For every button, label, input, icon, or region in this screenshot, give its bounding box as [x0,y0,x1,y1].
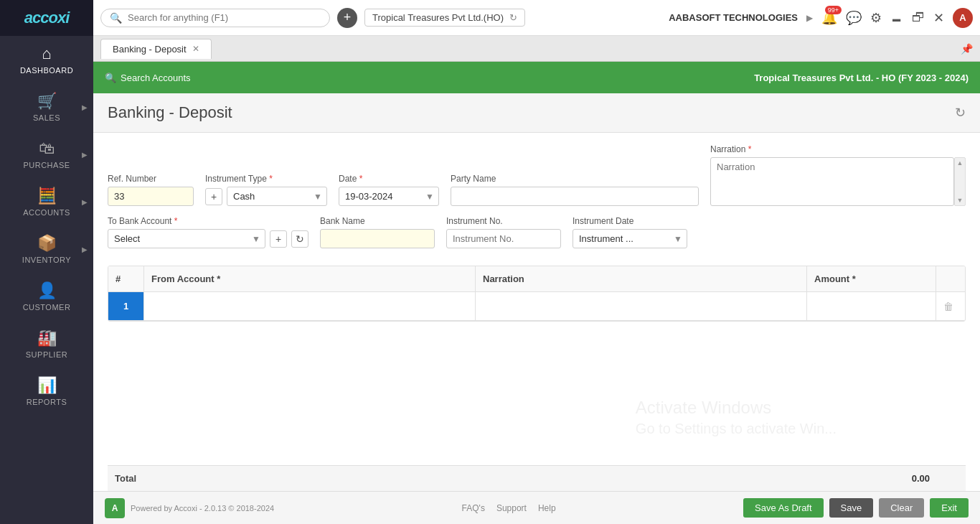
banking-deposit-tab[interactable]: Banking - Deposit ✕ [100,39,212,59]
bank-account-refresh-button[interactable]: ↻ [291,230,308,248]
company-selector-label: Tropical Treasures Pvt Ltd.(HO) [372,12,504,23]
ref-number-group: Ref. Number [108,174,194,206]
inventory-icon: 📦 [37,234,57,253]
instrument-no-group: Instrument No. [446,216,561,248]
accoxi-logo-small: A [105,498,125,518]
instrument-type-label: Instrument Type * [205,174,327,184]
sales-arrow-icon: ▶ [82,103,88,111]
row-amount-1[interactable] [807,292,936,320]
footer-center: FAQ's Support Help [462,503,556,513]
instrument-type-select[interactable]: Cash Cheque DD NEFT RTGS [227,187,327,206]
instrument-no-input[interactable] [446,229,561,248]
sidebar-label-sales: SALES [33,113,60,122]
purchase-arrow-icon: ▶ [82,151,88,159]
footer: A Powered by Accoxi - 2.0.13 © 2018-2024… [93,491,980,524]
narration-scrollbar[interactable]: ▲ ▼ [954,157,966,206]
arrow-right-icon: ▶ [806,13,813,23]
company-selector[interactable]: Tropical Treasures Pvt Ltd.(HO) ↻ [364,9,525,27]
supplier-icon: 🏭 [37,329,57,347]
instrument-date-select[interactable]: Instrument ... [573,229,687,248]
search-accounts-icon: 🔍 [105,72,116,83]
search-input[interactable] [128,12,321,23]
refresh-icon: ↻ [509,12,517,23]
tab-close-icon[interactable]: ✕ [192,44,199,54]
search-accounts-label: Search Accounts [121,72,191,83]
close-window-button[interactable]: ✕ [933,10,944,26]
content-area: 🔍 Search Accounts Tropical Treasures Pvt… [93,62,980,524]
topbar-right: AABASOFT TECHNOLOGIES ▶ 🔔 99+ 💬 ⚙ 🗕 🗗 ✕ … [669,8,973,28]
total-empty [476,466,808,491]
col-header-amount: Amount * [807,266,936,291]
sidebar-item-purchase[interactable]: 🛍 PURCHASE ▶ [0,131,93,178]
logo-text: accoxi [24,9,70,27]
col-header-num: # [108,266,144,291]
page-title-bar: Banking - Deposit ↻ [93,93,980,133]
instrument-type-add-button[interactable]: + [205,188,222,205]
save-as-draft-button[interactable]: Save As Draft [743,498,823,518]
narration-label: Narration * [710,144,966,154]
date-select[interactable]: 19-03-2024 [339,187,439,206]
row-narration-1[interactable] [476,292,807,320]
bank-account-select[interactable]: Select [108,229,265,248]
clear-button[interactable]: Clear [879,498,924,518]
messages-button[interactable]: 💬 [846,10,862,26]
bank-account-wrap: Select ▼ + ↻ [108,229,308,248]
sidebar-label-dashboard: DASHBOARD [20,66,73,75]
settings-button[interactable]: ⚙ [870,10,882,26]
search-accounts-button[interactable]: 🔍 Search Accounts [105,72,191,83]
bank-account-add-button[interactable]: + [270,230,287,248]
sidebar-item-supplier[interactable]: 🏭 SUPPLIER [0,320,93,368]
sidebar-item-sales[interactable]: 🛒 SALES ▶ [0,83,93,131]
table-area: # From Account * Narration Amount * 1 🗑 [108,266,966,322]
help-link[interactable]: Help [538,503,556,513]
ref-number-input[interactable] [108,187,194,206]
party-name-input[interactable] [451,187,699,206]
footer-left: A Powered by Accoxi - 2.0.13 © 2018-2024 [105,498,274,518]
sales-icon: 🛒 [37,92,57,111]
sidebar-item-customer[interactable]: 👤 CUSTOMER [0,273,93,320]
instrument-date-select-wrap: Instrument ... ▼ [573,229,687,248]
narration-input[interactable] [710,157,954,206]
form-container: Banking - Deposit ↻ Ref. Number Instrume… [93,93,980,491]
sidebar-item-inventory[interactable]: 📦 INVENTORY ▶ [0,225,93,273]
bank-name-input[interactable] [320,229,435,248]
dashboard-icon: ⌂ [42,45,51,63]
sidebar-item-accounts[interactable]: 🧮 ACCOUNTS ▶ [0,178,93,225]
total-row: Total 0.00 [108,465,966,491]
faq-link[interactable]: FAQ's [462,503,485,513]
exit-button[interactable]: Exit [930,498,969,518]
tabbar: Banking - Deposit ✕ 📌 [93,36,980,62]
col-header-action [936,266,965,291]
save-button[interactable]: Save [829,498,874,518]
accounts-icon: 🧮 [37,187,57,205]
date-label: Date * [339,174,439,184]
form-row-1: Ref. Number Instrument Type * + [108,144,966,206]
main-area: 🔍 + Tropical Treasures Pvt Ltd.(HO) ↻ AA… [93,0,980,524]
col-header-narration: Narration [476,266,807,291]
total-label: Total [108,466,476,491]
row-delete-1[interactable]: 🗑 [936,292,965,320]
party-name-label: Party Name [451,174,699,184]
user-avatar[interactable]: A [953,8,973,28]
sidebar-item-dashboard[interactable]: ⌂ DASHBOARD [0,36,93,83]
support-link[interactable]: Support [496,503,527,513]
refresh-button[interactable]: ↻ [955,105,966,121]
search-box[interactable]: 🔍 [100,9,330,27]
minimize-button[interactable]: 🗕 [890,10,903,25]
logo: accoxi [0,0,93,36]
sidebar-item-reports[interactable]: 📊 REPORTS [0,368,93,415]
row-from-account-1[interactable] [144,292,476,320]
tab-pin-icon[interactable]: 📌 [961,43,973,55]
delete-row-icon[interactable]: 🗑 [943,301,953,312]
notifications-button[interactable]: 🔔 99+ [821,10,837,26]
party-name-group: Party Name [451,174,699,206]
maximize-button[interactable]: 🗗 [912,10,925,25]
sidebar-label-customer: CUSTOMER [23,303,71,312]
instrument-type-group: Instrument Type * + Cash Cheque DD NEFT [205,174,327,206]
add-button[interactable]: + [337,8,357,28]
to-bank-account-label: To Bank Account * [108,216,308,226]
table-header: # From Account * Narration Amount * [108,266,965,292]
scroll-up-icon: ▲ [956,159,963,167]
accounts-arrow-icon: ▶ [82,198,88,206]
bank-name-group: Bank Name [320,216,435,248]
